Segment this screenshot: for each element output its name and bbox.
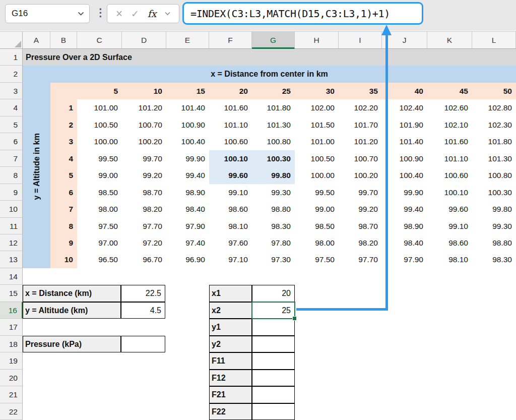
cell-d4[interactable]: 101.20 <box>122 99 166 116</box>
lookup-value-cell-row17[interactable] <box>252 319 295 335</box>
cell-f9[interactable]: 99.10 <box>209 184 252 201</box>
cell-e3[interactable]: 15 <box>166 83 209 99</box>
cell-k8[interactable]: 100.60 <box>427 167 472 184</box>
cell-f3[interactable]: 20 <box>209 83 252 99</box>
cell-e8[interactable]: 99.40 <box>166 167 209 184</box>
cell-e7[interactable]: 99.90 <box>166 150 209 167</box>
cell-e13[interactable]: 96.90 <box>166 251 209 268</box>
cell-g9[interactable]: 99.30 <box>252 184 295 201</box>
cell-e5[interactable]: 100.90 <box>166 116 209 133</box>
cell-e6[interactable]: 100.40 <box>166 133 209 150</box>
cell-b10[interactable]: 7 <box>50 201 77 217</box>
cell-i4[interactable]: 102.20 <box>339 99 382 116</box>
cell-i6[interactable]: 101.20 <box>339 133 382 150</box>
cell-j9[interactable]: 99.90 <box>382 184 427 201</box>
cell-l12[interactable]: 98.80 <box>472 234 516 251</box>
cell-g5[interactable]: 101.30 <box>252 116 295 133</box>
lookup-value-cell-row19[interactable] <box>252 352 295 369</box>
cell-h3[interactable]: 30 <box>295 83 339 99</box>
formula-bar[interactable]: =INDEX(C3:L3,MATCH(D15,C3:L3,1)+1) <box>182 2 423 25</box>
cell-c10[interactable]: 98.00 <box>77 201 122 217</box>
cell-j5[interactable]: 101.90 <box>382 116 427 133</box>
cell-l11[interactable]: 99.30 <box>472 218 516 234</box>
column-header-l[interactable]: L <box>472 31 516 49</box>
column-header-h[interactable]: H <box>295 31 339 49</box>
cell-f12[interactable]: 97.60 <box>209 234 252 251</box>
cell-l5[interactable]: 102.30 <box>472 116 516 133</box>
cell-e11[interactable]: 97.90 <box>166 218 209 234</box>
cell-l10[interactable]: 99.80 <box>472 201 516 217</box>
cell-d12[interactable]: 97.20 <box>122 234 166 251</box>
cell-h11[interactable]: 98.50 <box>295 218 339 234</box>
cell-d11[interactable]: 97.70 <box>122 218 166 234</box>
cell-k6[interactable]: 101.60 <box>427 133 472 150</box>
cell-l3[interactable]: 50 <box>472 83 516 99</box>
cell-f11[interactable]: 98.10 <box>209 218 252 234</box>
cell-e10[interactable]: 98.40 <box>166 201 209 217</box>
cell-c13[interactable]: 96.50 <box>77 251 122 268</box>
cell-f5[interactable]: 101.10 <box>209 116 252 133</box>
cell-h12[interactable]: 98.00 <box>295 234 339 251</box>
cell-i7[interactable]: 100.70 <box>339 150 382 167</box>
column-header-i[interactable]: I <box>339 31 382 49</box>
cell-g6[interactable]: 100.80 <box>252 133 295 150</box>
chevron-down-icon[interactable] <box>165 12 170 16</box>
cell-i13[interactable]: 97.70 <box>339 251 382 268</box>
cell-b5[interactable]: 2 <box>50 116 77 133</box>
cell-f7[interactable]: 100.10 <box>209 150 252 167</box>
cell-e12[interactable]: 97.40 <box>166 234 209 251</box>
cell-b12[interactable]: 9 <box>50 234 77 251</box>
row-header-7[interactable]: 7 <box>0 150 23 167</box>
cell-b9[interactable]: 6 <box>50 184 77 201</box>
cell-i11[interactable]: 98.70 <box>339 218 382 234</box>
row-header-12[interactable]: 12 <box>0 234 23 251</box>
row-header-15[interactable]: 15 <box>0 285 23 302</box>
row-header-1[interactable]: 1 <box>0 49 23 66</box>
select-all-button[interactable] <box>0 31 23 49</box>
cell-h5[interactable]: 101.50 <box>295 116 339 133</box>
cell-k12[interactable]: 98.60 <box>427 234 472 251</box>
cell-c5[interactable]: 100.50 <box>77 116 122 133</box>
cell-b13[interactable]: 10 <box>50 251 77 268</box>
row-header-11[interactable]: 11 <box>0 218 23 234</box>
lookup-value-cell-row20[interactable] <box>252 370 295 386</box>
cell-f4[interactable]: 101.60 <box>209 99 252 116</box>
cell-h6[interactable]: 101.00 <box>295 133 339 150</box>
cell-i5[interactable]: 101.70 <box>339 116 382 133</box>
more-options-icon[interactable]: ⋮ <box>95 7 106 19</box>
cell-k5[interactable]: 102.10 <box>427 116 472 133</box>
cell-g8[interactable]: 99.80 <box>252 167 295 184</box>
column-header-k[interactable]: K <box>427 31 472 49</box>
cell-h9[interactable]: 99.50 <box>295 184 339 201</box>
row-header-14[interactable]: 14 <box>0 268 23 285</box>
cell-b11[interactable]: 8 <box>50 218 77 234</box>
cell-b7[interactable]: 4 <box>50 150 77 167</box>
cell-c4[interactable]: 101.00 <box>77 99 122 116</box>
cell-l8[interactable]: 100.80 <box>472 167 516 184</box>
lookup-value-cell-row15[interactable]: 20 <box>252 285 295 302</box>
cell-j4[interactable]: 102.40 <box>382 99 427 116</box>
fill-handle[interactable] <box>292 316 297 321</box>
enter-icon[interactable]: ✓ <box>131 9 139 19</box>
cell-f10[interactable]: 98.60 <box>209 201 252 217</box>
cell-c11[interactable]: 97.50 <box>77 218 122 234</box>
cell-d7[interactable]: 99.70 <box>122 150 166 167</box>
cell-i10[interactable]: 99.20 <box>339 201 382 217</box>
cell-c9[interactable]: 98.50 <box>77 184 122 201</box>
cell-j3[interactable]: 40 <box>382 83 427 99</box>
cell-j6[interactable]: 101.40 <box>382 133 427 150</box>
input-value-cell-row15[interactable]: 22.5 <box>121 285 165 302</box>
cell-j12[interactable]: 98.40 <box>382 234 427 251</box>
cell-j8[interactable]: 100.40 <box>382 167 427 184</box>
lookup-value-cell-row21[interactable] <box>252 386 295 403</box>
cell-k13[interactable]: 98.10 <box>427 251 472 268</box>
cell-f8[interactable]: 99.60 <box>209 167 252 184</box>
cell-c6[interactable]: 100.00 <box>77 133 122 150</box>
row-header-2[interactable]: 2 <box>0 66 23 82</box>
row-header-20[interactable]: 20 <box>0 370 23 386</box>
row-header-13[interactable]: 13 <box>0 251 23 268</box>
cell-l9[interactable]: 100.30 <box>472 184 516 201</box>
cell-g11[interactable]: 98.30 <box>252 218 295 234</box>
cell-c12[interactable]: 97.00 <box>77 234 122 251</box>
column-header-b[interactable]: B <box>50 31 77 49</box>
